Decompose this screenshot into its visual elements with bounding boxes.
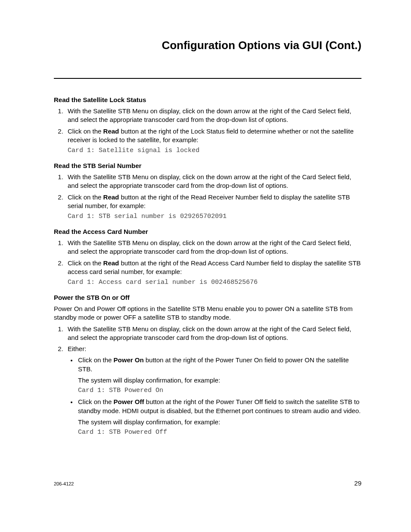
bold-text: Read [103, 259, 119, 267]
ordered-list: With the Satellite STB Menu on display, … [54, 239, 361, 276]
page-footer: 206-4122 29 [54, 479, 361, 487]
bold-text: Power Off [114, 398, 144, 405]
paragraph: Power On and Power Off options in the Sa… [54, 305, 361, 322]
list-item: Click on the Power On button at the righ… [77, 356, 361, 395]
list-item: With the Satellite STB Menu on display, … [65, 239, 361, 256]
text: Click on the [78, 398, 114, 405]
list-item: With the Satellite STB Menu on display, … [65, 173, 361, 190]
section-heading-power: Power the STB On or Off [54, 294, 361, 301]
bold-text: Read [103, 128, 119, 135]
document-page: Configuration Options via GUI (Cont.) Re… [0, 0, 411, 532]
text: Click on the [78, 356, 114, 364]
text: The system will display confirmation, fo… [78, 418, 361, 426]
text: Click on the [68, 259, 103, 267]
page-number: 29 [354, 479, 361, 487]
list-item: Click on the Read button at the right of… [65, 193, 361, 211]
document-number: 206-4122 [54, 481, 74, 486]
text: Click on the [68, 128, 103, 135]
horizontal-rule [54, 78, 361, 79]
bold-text: Power On [114, 356, 144, 364]
ordered-list: With the Satellite STB Menu on display, … [54, 325, 361, 437]
bullet-list: Click on the Power On button at the righ… [68, 356, 361, 437]
text: Either: [68, 345, 86, 352]
ordered-list: With the Satellite STB Menu on display, … [54, 107, 361, 144]
code-output: Card 1: STB Powered Off [78, 428, 361, 437]
section-heading-lock-status: Read the Satellite Lock Status [54, 96, 361, 103]
section-heading-access-card: Read the Access Card Number [54, 228, 361, 235]
list-item: Click on the Power Off button at the rig… [77, 398, 361, 437]
list-item: Click on the Read button at the right of… [65, 127, 361, 145]
bold-text: Read [103, 193, 119, 201]
code-output: Card 1: STB Powered On [78, 386, 361, 395]
list-item: With the Satellite STB Menu on display, … [65, 325, 361, 342]
ordered-list: With the Satellite STB Menu on display, … [54, 173, 361, 210]
code-output: Card 1: STB serial number is 02926570209… [68, 213, 361, 220]
page-title: Configuration Options via GUI (Cont.) [54, 39, 361, 52]
text: Click on the [68, 193, 103, 201]
list-item: With the Satellite STB Menu on display, … [65, 107, 361, 124]
list-item: Either: Click on the Power On button at … [65, 345, 361, 437]
list-item: Click on the Read button at the right of… [65, 259, 361, 277]
section-heading-serial: Read the STB Serial Number [54, 162, 361, 169]
code-output: Card 1: Satellite signal is locked [68, 147, 361, 154]
text: The system will display confirmation, fo… [78, 376, 361, 385]
code-output: Card 1: Access card serial number is 002… [68, 279, 361, 286]
